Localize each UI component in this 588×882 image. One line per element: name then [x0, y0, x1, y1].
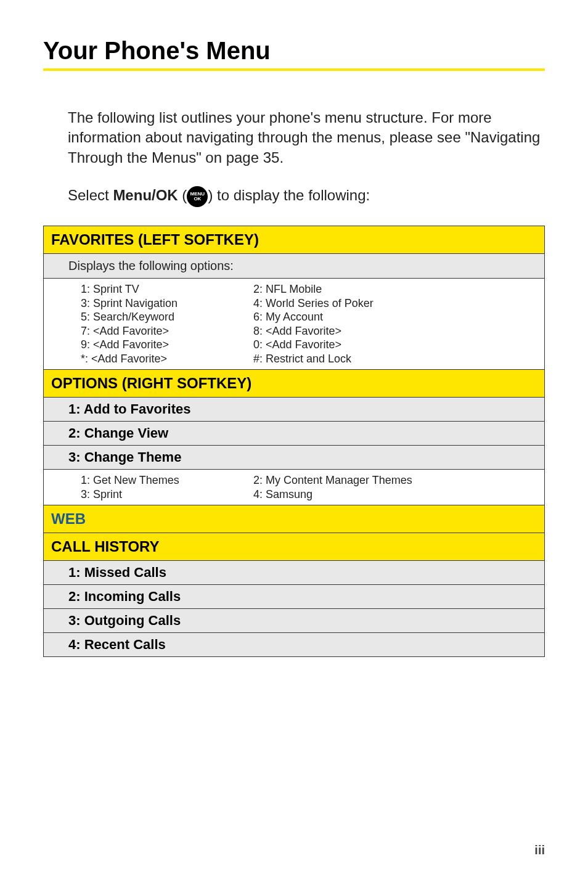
- options-header: OPTIONS (RIGHT SOFTKEY): [44, 370, 544, 398]
- list-item: 4: World Series of Poker: [253, 296, 537, 311]
- callhistory-item: 1: Missed Calls: [44, 561, 544, 585]
- list-item: 0: <Add Favorite>: [253, 338, 537, 352]
- intro-text: The following list outlines your phone's…: [68, 108, 545, 168]
- page-number: iii: [534, 843, 545, 857]
- list-item: #: Restrict and Lock: [253, 352, 537, 366]
- themes-items: 1: Get New Themes 3: Sprint 2: My Conten…: [44, 470, 544, 505]
- favorites-desc: Displays the following options:: [44, 254, 544, 279]
- select-paren-open: (: [178, 187, 187, 204]
- title-underline: [43, 68, 545, 71]
- list-item: 2: NFL Mobile: [253, 282, 537, 296]
- menu-table: FAVORITES (LEFT SOFTKEY) Displays the fo…: [43, 226, 545, 657]
- list-item: 1: Get New Themes: [81, 473, 253, 488]
- options-item: 2: Change View: [44, 422, 544, 446]
- favorites-header: FAVORITES (LEFT SOFTKEY): [44, 226, 544, 254]
- options-item: 1: Add to Favorites: [44, 398, 544, 422]
- web-header: WEB: [44, 505, 544, 533]
- menu-ok-icon: MENUOK: [187, 186, 208, 207]
- select-paren-close: ): [208, 187, 217, 204]
- favorites-items: 1: Sprint TV 3: Sprint Navigation 5: Sea…: [44, 279, 544, 370]
- list-item: 3: Sprint: [81, 488, 253, 502]
- list-item: 8: <Add Favorite>: [253, 324, 537, 338]
- list-item: 2: My Content Manager Themes: [253, 473, 537, 488]
- page-title: Your Phone's Menu: [43, 37, 545, 65]
- list-item: 1: Sprint TV: [81, 282, 253, 296]
- callhistory-header: CALL HISTORY: [44, 533, 544, 561]
- icon-bottom-text: OK: [194, 196, 201, 202]
- list-item: 5: Search/Keyword: [81, 310, 253, 324]
- favorites-col2: 2: NFL Mobile 4: World Series of Poker 6…: [253, 282, 537, 365]
- select-prefix: Select: [68, 187, 113, 204]
- callhistory-item: 4: Recent Calls: [44, 633, 544, 656]
- themes-col2: 2: My Content Manager Themes 4: Samsung: [253, 473, 537, 501]
- list-item: 4: Samsung: [253, 488, 537, 502]
- options-item: 3: Change Theme: [44, 446, 544, 470]
- list-item: *: <Add Favorite>: [81, 352, 253, 366]
- list-item: 6: My Account: [253, 310, 537, 324]
- callhistory-item: 2: Incoming Calls: [44, 585, 544, 609]
- list-item: 7: <Add Favorite>: [81, 324, 253, 338]
- favorites-col1: 1: Sprint TV 3: Sprint Navigation 5: Sea…: [81, 282, 253, 365]
- callhistory-item: 3: Outgoing Calls: [44, 609, 544, 633]
- select-suffix: to display the following:: [217, 187, 370, 204]
- select-instruction: Select Menu/OK (MENUOK) to display the f…: [68, 186, 545, 207]
- list-item: 9: <Add Favorite>: [81, 338, 253, 352]
- list-item: 3: Sprint Navigation: [81, 296, 253, 311]
- themes-col1: 1: Get New Themes 3: Sprint: [81, 473, 253, 501]
- select-bold: Menu/OK: [113, 187, 178, 204]
